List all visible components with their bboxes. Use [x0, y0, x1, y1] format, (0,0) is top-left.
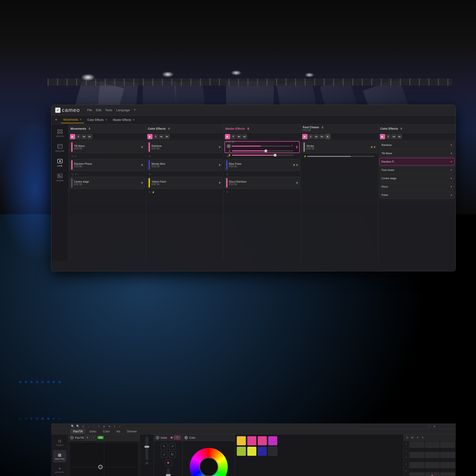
pan-tilt-crosshair[interactable] [98, 465, 102, 469]
color-effects-pause-btn[interactable]: ⏸ [153, 134, 158, 139]
gobo-heart[interactable]: ♥ [165, 459, 171, 466]
dropdown-rainbow[interactable]: Rainbow ▼ [379, 141, 455, 149]
grid-tool-2[interactable]: ⊞ [410, 435, 415, 440]
fader-thumb[interactable] [144, 446, 149, 448]
gobo-move-1[interactable]: ↖ [161, 443, 168, 450]
menu-file[interactable]: File [87, 108, 92, 112]
fast-chaser-pause-btn[interactable]: ⏸ [308, 134, 313, 139]
movements-prev-btn[interactable]: ⏮ [81, 134, 87, 139]
refresh-icon[interactable]: ↻ [226, 173, 228, 176]
grid-tool-3[interactable]: ✦ [415, 435, 420, 440]
menu-tools[interactable]: Tools [105, 108, 112, 112]
sidebar-item-live[interactable]: LIVE [53, 156, 67, 170]
dropdown-pulse[interactable]: Pulse ▼ [379, 191, 455, 199]
swatch-yellow-2[interactable] [247, 447, 256, 456]
sidebar-item-patch[interactable]: PATCH [53, 126, 67, 140]
list-item[interactable]: Rainbow 0'01''00 [147, 141, 222, 153]
refresh-icon[interactable]: ↻ [149, 191, 151, 194]
fast-chaser-next-btn[interactable]: ⏭ [319, 134, 325, 139]
dropdown-fast-chase[interactable]: Fast chase ▼ [379, 166, 455, 174]
tab-add-button[interactable]: + [53, 117, 59, 123]
grid-cell[interactable] [409, 442, 424, 448]
list-item[interactable]: Random Phase 0'10''00 [69, 159, 145, 171]
list-item-blue-pulse[interactable]: Blue Pulse 0'00''30 ⚡ [224, 159, 300, 171]
swatch-green[interactable] [237, 447, 246, 456]
list-item-strobe[interactable]: Strobe 0'01''00 ⚡ [302, 141, 377, 153]
master-effects-next-btn[interactable]: ⏭ [242, 134, 247, 139]
grid-cell[interactable] [409, 462, 424, 468]
grid-cell[interactable] [440, 452, 455, 458]
bottom-tab-pan-tilt[interactable]: Pan/Tilt [70, 429, 85, 434]
expand-icon[interactable]: ⤢ [117, 424, 122, 429]
slider-track-1[interactable] [232, 151, 293, 151]
slider-thumb-2[interactable] [274, 154, 276, 157]
right-ce-pause-btn[interactable]: ⏸ [386, 134, 391, 139]
dropdown-disco[interactable]: Disco ▼ [379, 183, 455, 190]
grid-cell[interactable] [440, 473, 455, 476]
grid-cell[interactable] [425, 462, 440, 468]
color-effects-prev-btn[interactable]: ⏮ [159, 134, 164, 139]
grid-cell[interactable] [409, 452, 424, 458]
tab-movements[interactable]: Movements ✕ [61, 117, 84, 123]
zoom-in-icon[interactable]: 🔍 [70, 424, 75, 429]
gobo-move-2[interactable]: ↗ [169, 443, 176, 450]
refresh-icon[interactable]: ↻ [71, 155, 73, 158]
dropdown-centre-stage[interactable]: Centre stage ▼ [379, 174, 455, 182]
grid-cell[interactable] [409, 473, 424, 476]
grid-cell-special-1[interactable]: ✦ [425, 473, 440, 476]
swatch-empty[interactable] [268, 447, 277, 456]
tab-color-effects-close[interactable]: ✕ [105, 118, 107, 121]
settings-icon[interactable]: ⚙ [107, 424, 112, 429]
tab-color-effects[interactable]: Color Effects ✕ [85, 117, 109, 123]
grid-cell[interactable] [440, 442, 455, 448]
master-effects-play-btn[interactable]: ▶ [225, 134, 230, 139]
list-item-disco-rainbow[interactable]: Disco Rainbow 0'01''00 [224, 177, 300, 189]
bottom-tab-dimmer[interactable]: Dimmer [124, 429, 140, 434]
swatch-pink-1[interactable] [247, 436, 256, 445]
tab-master-effects-close[interactable]: ✕ [133, 118, 135, 121]
tab-movements-close[interactable]: ✕ [80, 118, 82, 121]
grid-icon[interactable]: ⊞ [102, 424, 106, 429]
menu-help[interactable]: ? [134, 108, 136, 112]
menu-edit[interactable]: Edit [96, 108, 101, 112]
movements-pause-btn[interactable]: ⏸ [76, 134, 81, 139]
list-item[interactable]: Tilt Wave 0'05''00 [69, 141, 145, 153]
right-ce-play-btn[interactable]: ▶ [380, 134, 385, 139]
info-icon[interactable]: ℹ [112, 424, 117, 429]
grid-cell[interactable] [440, 462, 455, 468]
list-item[interactable]: Yellow Flash 0'00''30 [147, 177, 222, 189]
refresh-icon[interactable]: ↻ [71, 173, 73, 176]
fast-chaser-k-btn[interactable]: K [325, 134, 330, 139]
swatch-blue[interactable] [258, 447, 267, 456]
grid-tool-4[interactable]: ↻ [420, 435, 425, 440]
bottom-tab-color[interactable]: Color [100, 429, 113, 434]
right-ce-prev-btn[interactable]: ⏮ [391, 134, 396, 139]
sidebar-item-editor[interactable]: EDITOR [53, 141, 67, 155]
m-refresh-icon[interactable]: ↻ [291, 144, 294, 148]
master-effects-prev-btn[interactable]: ⏮ [236, 134, 241, 139]
slider-track-2[interactable] [232, 155, 293, 156]
swatch-purple[interactable] [268, 436, 277, 445]
sidebar-item-show[interactable]: SHOW [53, 171, 67, 185]
list-item[interactable]: Centre stage 0'01''00 [69, 177, 145, 189]
strobe-slider[interactable] [307, 156, 374, 157]
slider-thumb-1[interactable] [264, 150, 267, 152]
list-item-slow-dance[interactable]: ▶ Slow Dance 0'05''00 ↻ 0'01''00 M [224, 141, 300, 153]
right-tool-1[interactable]: ⬚ [427, 424, 431, 429]
movements-next-btn[interactable]: ⏭ [87, 134, 92, 139]
color-effects-next-btn[interactable]: ⏭ [165, 134, 170, 139]
pan-tilt-settings-btn[interactable]: ⚙ [85, 435, 90, 440]
menu-language[interactable]: Language [116, 108, 130, 112]
bottom-tab-iris[interactable]: Iris [114, 429, 123, 434]
gobo-scale[interactable]: ⤢ [161, 451, 168, 458]
bottom-tab-gobo[interactable]: Gobo [86, 429, 99, 434]
pointer-icon[interactable]: ↖ [96, 424, 101, 429]
dropdown-random-p[interactable]: Random P... ▼ [379, 158, 455, 165]
pan-tilt-expand-btn[interactable]: ⤢ [91, 435, 96, 440]
bottom-sidebar-palettes[interactable]: ▦ PALETTES [53, 450, 67, 462]
pan-tilt-grid[interactable] [70, 442, 138, 476]
master-effects-pause-btn[interactable]: ⏸ [231, 134, 236, 139]
bottom-sidebar-effects[interactable]: ✦ EFFECTS [53, 464, 67, 476]
refresh-icon[interactable]: ↻ [226, 191, 228, 194]
grid-tool-1[interactable]: ⊡ [405, 435, 409, 440]
